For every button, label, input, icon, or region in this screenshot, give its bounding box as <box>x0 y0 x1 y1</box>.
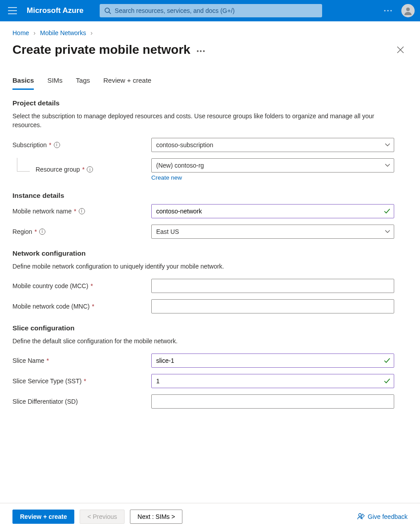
breadcrumbs: Home › Mobile Networks › <box>12 29 408 36</box>
required-indicator: * <box>90 282 93 289</box>
svg-point-3 <box>387 10 388 11</box>
user-icon <box>403 6 413 16</box>
feedback-icon <box>357 513 365 521</box>
project-details-description: Select the subscription to manage deploy… <box>12 112 377 130</box>
review-create-button[interactable]: Review + create <box>12 510 74 524</box>
previous-button: < Previous <box>80 510 125 524</box>
more-actions-button[interactable] <box>383 5 393 16</box>
svg-line-1 <box>109 12 111 14</box>
tab-sims[interactable]: SIMs <box>47 74 62 90</box>
next-button[interactable]: Next : SIMs > <box>130 510 182 524</box>
section-project-details: Project details Select the subscription … <box>12 99 408 181</box>
required-indicator: * <box>47 357 49 364</box>
slice-configuration-heading: Slice configuration <box>12 324 408 332</box>
instance-details-heading: Instance details <box>12 192 408 200</box>
mcc-label: Mobile country code (MCC) <box>12 282 88 289</box>
subscription-value: contoso-subscription <box>156 141 213 149</box>
network-configuration-description: Define mobile network configuration to u… <box>12 262 377 271</box>
slice-configuration-description: Define the default slice configuration f… <box>12 337 377 345</box>
feedback-label: Give feedback <box>368 513 408 520</box>
info-icon[interactable]: i <box>39 229 45 235</box>
title-row: Create private mobile network ••• <box>12 43 408 57</box>
tabs: Basics SIMs Tags Review + create <box>12 74 408 90</box>
check-icon <box>384 378 390 384</box>
slice-sst-input-wrap <box>151 374 394 388</box>
user-avatar[interactable] <box>401 4 415 17</box>
topbar: Microsoft Azure <box>0 0 420 21</box>
section-slice-configuration: Slice configuration Define the default s… <box>12 324 408 409</box>
global-search[interactable] <box>100 4 322 17</box>
svg-point-5 <box>406 8 410 11</box>
ellipsis-icon <box>384 9 392 12</box>
search-icon <box>104 7 111 14</box>
slice-sd-input[interactable] <box>156 395 380 408</box>
mnc-label: Mobile network code (MNC) <box>12 303 90 310</box>
required-indicator: * <box>74 208 76 215</box>
section-instance-details: Instance details Mobile network name * i… <box>12 192 408 239</box>
svg-point-2 <box>384 10 385 11</box>
breadcrumb-home[interactable]: Home <box>12 29 29 36</box>
svg-point-4 <box>390 10 392 11</box>
slice-sst-input[interactable] <box>156 374 380 388</box>
mobile-network-name-input[interactable] <box>156 205 380 218</box>
info-icon[interactable]: i <box>54 142 60 148</box>
page-title: Create private mobile network <box>12 43 190 57</box>
breadcrumb-sep: › <box>91 29 93 36</box>
region-label: Region <box>12 228 32 235</box>
network-configuration-heading: Network configuration <box>12 249 408 257</box>
close-icon <box>397 46 404 53</box>
info-icon[interactable]: i <box>87 166 93 173</box>
close-blade-button[interactable] <box>393 44 408 55</box>
slice-name-input[interactable] <box>156 354 380 367</box>
title-more-button[interactable]: ••• <box>197 45 206 55</box>
required-indicator: * <box>84 377 86 385</box>
section-network-configuration: Network configuration Define mobile netw… <box>12 249 408 313</box>
hamburger-menu-button[interactable] <box>4 2 21 20</box>
chevron-down-icon <box>385 143 390 147</box>
slice-sd-label: Slice Differentiator (SD) <box>12 398 78 405</box>
check-icon <box>384 209 390 214</box>
region-select[interactable]: East US <box>151 225 394 239</box>
chevron-down-icon <box>385 230 390 233</box>
tab-review-create[interactable]: Review + create <box>103 74 151 90</box>
required-indicator: * <box>49 141 51 149</box>
subscription-label: Subscription <box>12 141 47 149</box>
check-icon <box>384 358 390 363</box>
hamburger-icon <box>8 7 17 14</box>
required-indicator: * <box>82 166 85 173</box>
svg-point-6 <box>359 514 361 516</box>
subscription-select[interactable]: contoso-subscription <box>151 138 394 152</box>
brand-label[interactable]: Microsoft Azure <box>27 6 84 15</box>
search-input[interactable] <box>115 7 318 14</box>
tab-tags[interactable]: Tags <box>76 74 90 90</box>
give-feedback-link[interactable]: Give feedback <box>357 513 408 521</box>
required-indicator: * <box>34 228 36 235</box>
mcc-input-wrap <box>151 279 394 293</box>
mnc-input[interactable] <box>156 300 380 313</box>
slice-name-label: Slice Name <box>12 357 44 364</box>
project-details-heading: Project details <box>12 99 408 107</box>
required-indicator: * <box>92 303 94 310</box>
chevron-down-icon <box>385 164 390 167</box>
resource-group-value: (New) contoso-rg <box>156 162 204 169</box>
resource-group-select[interactable]: (New) contoso-rg <box>151 158 394 173</box>
slice-sst-label: Slice Service Type (SST) <box>12 377 81 385</box>
info-icon[interactable]: i <box>79 208 85 214</box>
mnc-input-wrap <box>151 299 394 313</box>
tab-basics[interactable]: Basics <box>12 74 34 90</box>
svg-point-0 <box>105 8 109 12</box>
slice-name-input-wrap <box>151 353 394 368</box>
mobile-network-name-label: Mobile network name <box>12 208 72 215</box>
breadcrumb-sep: › <box>33 29 36 36</box>
breadcrumb-mobile-networks[interactable]: Mobile Networks <box>40 29 86 36</box>
create-new-resource-group-link[interactable]: Create new <box>151 174 182 181</box>
mobile-network-name-input-wrap <box>151 204 394 218</box>
footer: Review + create < Previous Next : SIMs >… <box>0 503 420 530</box>
resource-group-label: Resource group <box>36 166 80 173</box>
region-value: East US <box>156 228 179 235</box>
slice-sd-input-wrap <box>151 394 394 409</box>
mcc-input[interactable] <box>156 279 380 293</box>
